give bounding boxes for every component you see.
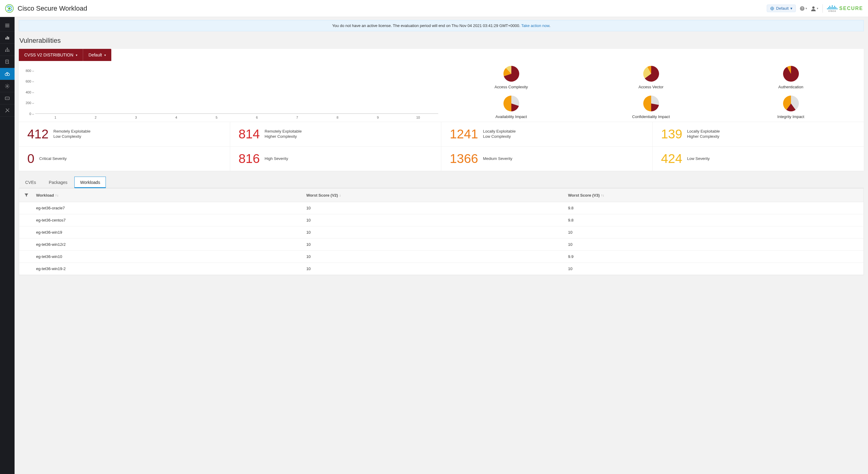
- pie-label: Access Complexity: [495, 85, 528, 89]
- table-header: Workload↑↓ Worst Score (V2)↓ Worst Score…: [19, 188, 863, 202]
- chevron-down-icon: ▾: [104, 53, 106, 57]
- stat-number: 816: [239, 151, 260, 166]
- stat-number: 0: [27, 151, 34, 166]
- tab-packages[interactable]: Packages: [43, 177, 73, 188]
- x-tick: 6: [237, 114, 277, 119]
- table-row[interactable]: eg-tet36-oracle7 10 9.8: [19, 202, 863, 214]
- mini-pie[interactable]: Confidentiality Impact: [581, 95, 721, 119]
- sidebar-item-policy[interactable]: [0, 56, 14, 68]
- stat-number: 412: [27, 127, 49, 141]
- cell-workload: eg-tet36-win19: [34, 226, 304, 238]
- filter-button[interactable]: [19, 188, 34, 202]
- distribution-card: CVSS V2 DISTRIBUTION ▾ Default ▾ 0 –200 …: [19, 49, 864, 171]
- table-row[interactable]: eg-tet36-win19-2 10 10: [19, 263, 863, 275]
- svg-point-19: [6, 98, 7, 99]
- sidebar-item-reports[interactable]: [0, 92, 14, 105]
- x-tick: 1: [35, 114, 75, 119]
- y-tick: 600 –: [26, 80, 34, 83]
- cell-v2: 10: [304, 202, 566, 214]
- cvss-bar-chart: 0 –200 –400 –600 –800 – 12345678910: [22, 65, 441, 119]
- pie-label: Access Vector: [639, 85, 663, 89]
- x-tick: 5: [196, 114, 237, 119]
- sidebar-item-dashboard[interactable]: [0, 32, 14, 44]
- cell-v2: 10: [304, 214, 566, 226]
- col-header-v3[interactable]: Worst Score (V3)↑↓: [566, 189, 863, 201]
- tab-cves[interactable]: CVEs: [20, 177, 42, 188]
- stat-desc: Critical Severity: [39, 156, 66, 161]
- distribution-label: CVSS V2 DISTRIBUTION: [24, 53, 73, 57]
- svg-point-6: [812, 6, 815, 9]
- pie-label: Confidentiality Impact: [632, 114, 670, 119]
- svg-point-15: [5, 73, 8, 76]
- cell-v3: 9.9: [566, 251, 863, 263]
- pie-label: Availability Impact: [496, 114, 527, 119]
- license-banner: You do not have an active license. The e…: [19, 20, 864, 31]
- cell-workload: eg-tet36-oracle7: [34, 202, 304, 214]
- scope-label: Default: [89, 53, 102, 57]
- table-row[interactable]: eg-tet36-centos7 10 9.8: [19, 214, 863, 226]
- banner-action-link[interactable]: Take action now: [521, 23, 550, 28]
- table-row[interactable]: eg-tet36-win19 10 10: [19, 226, 863, 239]
- stat-tile: 139 Locally ExploitableHigher Complexity: [653, 122, 864, 146]
- svg-rect-8: [7, 36, 8, 39]
- scope-selector[interactable]: Default ▾: [767, 5, 796, 12]
- banner-suffix: .: [549, 23, 551, 28]
- chart-toolbar: CVSS V2 DISTRIBUTION ▾ Default ▾: [19, 49, 111, 61]
- mini-pie[interactable]: Availability Impact: [441, 95, 581, 119]
- sort-icon: ↑↓: [55, 193, 59, 197]
- svg-point-16: [7, 73, 10, 76]
- col-header-workload[interactable]: Workload↑↓: [34, 189, 304, 201]
- scope-dropdown[interactable]: Default ▾: [83, 49, 111, 61]
- stat-desc: Low Severity: [687, 156, 710, 161]
- hierarchy-icon: [5, 47, 10, 53]
- cell-workload: eg-tet36-centos7: [34, 214, 304, 226]
- sidebar-item-vulnerabilities[interactable]: [0, 68, 14, 80]
- chevron-down-icon: ▾: [817, 7, 818, 10]
- y-tick: 800 –: [26, 69, 34, 72]
- mini-pie[interactable]: Access Vector: [581, 65, 721, 90]
- table-row[interactable]: eg-tet36-win10 10 9.9: [19, 251, 863, 263]
- help-icon: ?: [800, 6, 805, 11]
- sidebar-toggle[interactable]: [0, 20, 14, 32]
- stat-tile: 0 Critical Severity: [19, 146, 230, 171]
- help-menu[interactable]: ? ▾: [800, 6, 807, 11]
- stat-desc: Locally ExploitableHigher Complexity: [687, 129, 720, 139]
- sidebar-item-topology[interactable]: [0, 44, 14, 56]
- workloads-table: Workload↑↓ Worst Score (V2)↓ Worst Score…: [19, 188, 864, 275]
- divider: [823, 4, 823, 13]
- stat-number: 814: [239, 127, 260, 141]
- sidebar-item-tools[interactable]: [0, 105, 14, 117]
- scope-label: Default: [776, 6, 788, 11]
- svg-point-17: [7, 85, 8, 87]
- gear-icon: [5, 84, 10, 89]
- tools-icon: [5, 108, 10, 113]
- sidebar-item-settings[interactable]: [0, 80, 14, 92]
- cell-v2: 10: [304, 226, 566, 238]
- x-tick: 4: [156, 114, 196, 119]
- sidebar: [0, 17, 14, 474]
- svg-text:?: ?: [801, 6, 803, 10]
- mini-pie[interactable]: Access Complexity: [441, 65, 581, 90]
- svg-point-21: [8, 98, 8, 99]
- stat-number: 1241: [450, 127, 478, 141]
- scope-icon: [770, 6, 774, 11]
- stats-grid: 412 Remotely ExploitableLow Complexity81…: [19, 122, 864, 171]
- mini-pie[interactable]: Authentication: [721, 65, 861, 90]
- table-row[interactable]: eg-tet36-win12r2 10 10: [19, 239, 863, 251]
- stat-tile: 412 Remotely ExploitableLow Complexity: [19, 122, 230, 146]
- filter-icon: [24, 193, 29, 198]
- tab-workloads[interactable]: Workloads: [74, 177, 106, 188]
- cell-v2: 10: [304, 239, 566, 250]
- x-tick: 3: [116, 114, 156, 119]
- user-menu[interactable]: ▾: [811, 6, 818, 11]
- stat-desc: High Severity: [265, 156, 288, 161]
- stat-tile: 814 Remotely ExploitableHigher Complexit…: [230, 122, 442, 146]
- pie-label: Authentication: [778, 85, 803, 89]
- sort-desc-icon: ↓: [339, 193, 341, 197]
- cell-v3: 9.8: [566, 214, 863, 226]
- svg-rect-9: [8, 37, 9, 39]
- svg-point-2: [8, 7, 11, 10]
- col-header-v2[interactable]: Worst Score (V2)↓: [304, 189, 566, 201]
- distribution-dropdown[interactable]: CVSS V2 DISTRIBUTION ▾: [19, 49, 83, 61]
- mini-pie[interactable]: Integrity Impact: [721, 95, 861, 119]
